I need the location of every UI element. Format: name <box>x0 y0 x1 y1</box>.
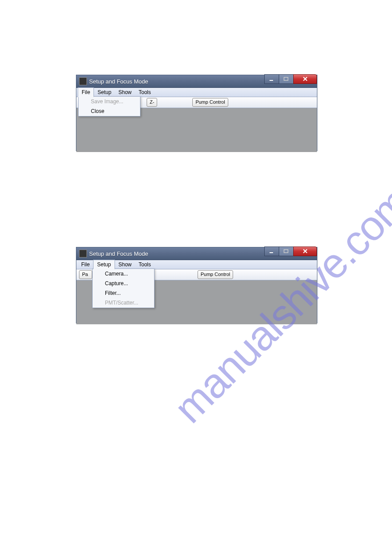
menu-save-image[interactable]: Save Image... <box>79 97 140 106</box>
window-controls: ✕ <box>265 74 317 84</box>
svg-rect-1 <box>284 77 288 80</box>
window-setup-menu: Setup and Focus Mode ✕ File Setup Show T… <box>76 247 317 323</box>
window-controls: ✕ <box>265 247 317 256</box>
menubar: File Setup Show Tools <box>76 260 317 269</box>
menu-file[interactable]: File <box>78 260 93 269</box>
partial-button[interactable]: Pa <box>79 270 92 279</box>
menu-tools[interactable]: Tools <box>135 260 155 269</box>
menu-camera[interactable]: Camera... <box>93 269 154 279</box>
window-title: Setup and Focus Mode <box>89 250 148 257</box>
menu-setup[interactable]: Setup <box>93 260 115 269</box>
close-icon: ✕ <box>302 75 308 83</box>
menu-tools[interactable]: Tools <box>135 88 155 97</box>
close-button[interactable]: ✕ <box>293 247 317 256</box>
app-icon <box>79 250 87 258</box>
menu-filter[interactable]: Filter... <box>93 288 154 298</box>
app-icon <box>79 77 87 85</box>
z-minus-button[interactable]: Z- <box>147 98 157 107</box>
window-title: Setup and Focus Mode <box>89 78 148 85</box>
menu-show[interactable]: Show <box>115 260 135 269</box>
menu-close[interactable]: Close <box>79 106 140 116</box>
menu-setup[interactable]: Setup <box>94 88 115 97</box>
maximize-button[interactable] <box>279 247 294 256</box>
menu-pmt-scatter[interactable]: PMT/Scatter... <box>93 298 154 308</box>
menu-file[interactable]: File <box>78 87 94 97</box>
file-dropdown: Save Image... Close <box>78 96 140 116</box>
titlebar[interactable]: Setup and Focus Mode ✕ <box>76 75 317 88</box>
setup-dropdown: Camera... Capture... Filter... PMT/Scatt… <box>92 268 155 308</box>
minimize-button[interactable] <box>264 74 279 84</box>
menu-show[interactable]: Show <box>115 88 135 97</box>
menu-capture[interactable]: Capture... <box>93 279 154 288</box>
menubar: File Setup Show Tools <box>76 88 317 97</box>
maximize-button[interactable] <box>279 74 294 84</box>
close-button[interactable]: ✕ <box>293 74 317 84</box>
close-icon: ✕ <box>302 247 308 255</box>
pump-control-button[interactable]: Pump Control <box>198 270 233 279</box>
svg-rect-0 <box>270 80 273 81</box>
pump-control-button[interactable]: Pump Control <box>192 98 228 107</box>
window-file-menu: Setup and Focus Mode ✕ File Setup Show T… <box>76 75 317 151</box>
minimize-button[interactable] <box>264 247 279 256</box>
svg-rect-3 <box>284 250 288 253</box>
svg-rect-2 <box>270 252 273 253</box>
titlebar[interactable]: Setup and Focus Mode ✕ <box>76 247 317 260</box>
